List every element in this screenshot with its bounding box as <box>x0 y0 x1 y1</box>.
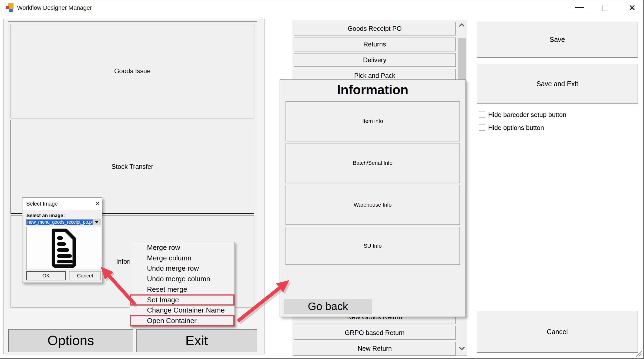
menu-button-label: GRPO based Return <box>345 329 404 337</box>
su-info-label: SU Info <box>364 243 382 249</box>
exit-button[interactable]: Exit <box>136 329 257 352</box>
hide-barcoder-setup-label: Hide barcoder setup button <box>488 112 566 118</box>
menu-button-label: Delivery <box>363 56 387 64</box>
minimize-button[interactable] <box>575 7 584 8</box>
app-icon <box>5 3 14 12</box>
menu-button-label: Returns <box>363 41 386 48</box>
save-button-label: Save <box>550 36 565 43</box>
select-an-image-label: Select an image: <box>26 213 65 219</box>
dropdown-arrow-button[interactable] <box>92 219 101 225</box>
dialog-ok-button[interactable]: OK <box>26 271 66 280</box>
app-icon-blue-square <box>9 9 13 12</box>
image-select-dropdown-value: new_menu_goods_receipt_po.png <box>27 219 92 225</box>
cancel-button[interactable]: Cancel <box>477 311 638 353</box>
options-button[interactable]: Options <box>8 329 133 352</box>
window-title: Workflow Designer Manager <box>17 0 92 15</box>
menu-button-delivery[interactable]: Delivery <box>294 53 456 67</box>
save-and-exit-button-label: Save and Exit <box>536 80 578 88</box>
item-info-label: Item info <box>362 118 383 124</box>
options-button-label: Options <box>48 333 94 348</box>
menu-button-label: New Return <box>358 345 392 352</box>
container-stock-transfer-label: Stock Transfer <box>112 163 153 170</box>
document-icon <box>49 228 79 269</box>
dialog-cancel-button[interactable]: Cancel <box>69 271 101 280</box>
close-button[interactable]: ✕ <box>626 2 638 14</box>
hide-barcoder-setup-checkbox[interactable] <box>479 112 485 118</box>
su-info-button[interactable]: SU Info <box>286 227 460 265</box>
go-back-button[interactable]: Go back <box>284 299 372 314</box>
exit-button-label: Exit <box>185 333 208 348</box>
dialog-cancel-label: Cancel <box>77 273 93 279</box>
menu-button-returns[interactable]: Returns <box>294 38 456 51</box>
go-back-button-label: Go back <box>308 300 348 313</box>
menu-button-goods-receipt-po[interactable]: Goods Receipt PO <box>294 22 456 35</box>
maximize-button[interactable] <box>602 5 608 11</box>
batch-serial-info-button[interactable]: Batch/Serial Info <box>286 143 460 183</box>
item-info-button[interactable]: Item info <box>286 101 460 141</box>
batch-serial-info-label: Batch/Serial Info <box>353 160 393 166</box>
dialog-close-icon[interactable]: ✕ <box>93 198 102 210</box>
information-panel-title: Information <box>280 81 466 98</box>
menu-item-open-container[interactable]: Open Container <box>130 316 234 326</box>
warehouse-info-button[interactable]: Warehouse Info <box>286 185 460 225</box>
menu-item-undo-merge-row[interactable]: Undo merge row <box>130 263 234 274</box>
cancel-button-label: Cancel <box>547 328 568 336</box>
workflow-designer-manager-window: Workflow Designer Manager ✕ Goods Issue … <box>0 0 644 359</box>
image-select-dropdown[interactable]: new_menu_goods_receipt_po.png <box>26 219 92 225</box>
warehouse-info-label: Warehouse Info <box>354 202 391 208</box>
menu-button-new-return[interactable]: New Return <box>294 342 456 355</box>
save-and-exit-button[interactable]: Save and Exit <box>477 64 638 104</box>
menu-item-undo-merge-column[interactable]: Undo merge column <box>130 274 234 284</box>
container-goods-issue-label: Goods Issue <box>114 67 151 75</box>
dialog-ok-label: OK <box>42 273 50 279</box>
container-goods-issue[interactable]: Goods Issue <box>11 24 254 118</box>
menu-item-merge-row[interactable]: Merge row <box>130 242 234 253</box>
menu-button-grpo-based-return[interactable]: GRPO based Return <box>294 326 456 340</box>
title-bar <box>0 0 644 15</box>
menu-item-merge-column[interactable]: Merge column <box>130 253 234 263</box>
image-preview-box <box>26 227 101 270</box>
menu-button-label: Goods Receipt PO <box>348 25 402 32</box>
menu-item-set-image[interactable]: Set Image <box>130 295 234 305</box>
chevron-down-icon <box>95 221 98 223</box>
select-image-dialog-title: Select Image <box>26 198 58 210</box>
hide-options-checkbox[interactable] <box>479 125 485 131</box>
menu-button-label: Pick and Pack <box>354 72 395 79</box>
menu-item-reset-merge[interactable]: Reset merge <box>130 284 234 295</box>
save-button[interactable]: Save <box>477 22 638 58</box>
menu-item-change-container-name[interactable]: Change Container Name <box>130 305 234 316</box>
context-menu: Merge row Merge column Undo merge row Un… <box>130 242 235 326</box>
hide-options-label: Hide options button <box>488 125 544 131</box>
